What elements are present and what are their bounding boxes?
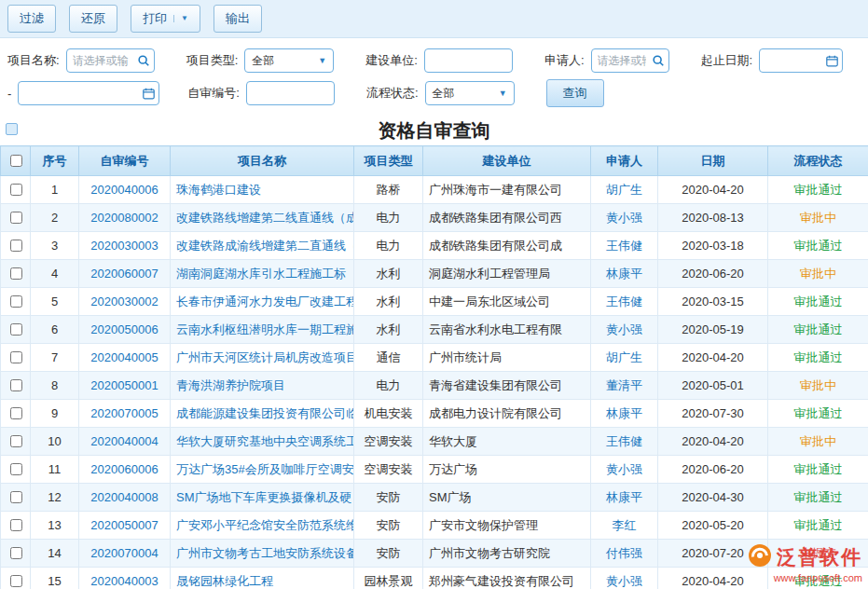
audit-no-link[interactable]: 2020040005 [79, 344, 171, 372]
row-checkbox-cell [1, 568, 31, 589]
audit-no-link[interactable]: 2020070005 [79, 400, 171, 428]
date-cell: 2020-04-20 [658, 428, 768, 456]
audit-no-link[interactable]: 2020030003 [79, 232, 171, 260]
row-number: 5 [31, 288, 79, 316]
row-checkbox[interactable] [10, 240, 22, 252]
build-unit-cell: 成都铁路集团有限公司成 [423, 232, 591, 260]
calendar-icon[interactable] [141, 86, 156, 101]
filter-button[interactable]: 过滤 [7, 5, 56, 33]
audit-no-link[interactable]: 2020040004 [79, 428, 171, 456]
project-link[interactable]: 湖南洞庭湖水库引水工程施工标 [171, 260, 354, 288]
audit-no-link[interactable]: 2020050001 [79, 372, 171, 400]
build-unit-cell: 广安市文物保护管理 [423, 512, 591, 540]
status-badge: 审批通过 [768, 512, 868, 540]
applicant-link[interactable]: 王伟健 [591, 428, 658, 456]
project-name-label: 项目名称: [7, 52, 60, 69]
row-checkbox[interactable] [10, 547, 22, 559]
audit-no-link[interactable]: 2020060006 [79, 456, 171, 484]
applicant-link[interactable]: 黄小强 [591, 456, 658, 484]
project-link[interactable]: 万达广场35#会所及咖啡厅空调安 [171, 456, 354, 484]
audit-no-link[interactable]: 2020050007 [79, 512, 171, 540]
row-checkbox[interactable] [10, 212, 22, 224]
applicant-link[interactable]: 胡广生 [591, 176, 658, 204]
restore-button[interactable]: 还原 [69, 5, 117, 33]
row-number: 12 [31, 484, 79, 512]
row-checkbox[interactable] [10, 491, 22, 503]
applicant-link[interactable]: 付伟强 [591, 540, 658, 568]
applicant-link[interactable]: 黄小强 [591, 316, 658, 344]
status-badge: 审批通过 [768, 176, 868, 204]
row-checkbox-cell [1, 540, 31, 568]
applicant-link[interactable]: 林康平 [591, 484, 658, 512]
row-checkbox[interactable] [10, 407, 22, 419]
status-badge: 审批通过 [768, 400, 868, 428]
project-link[interactable]: 云南水利枢纽潜明水库一期工程施 [171, 316, 354, 344]
project-link[interactable]: 华软大厦研究基地中央空调系统工 [171, 428, 354, 456]
row-checkbox[interactable] [10, 519, 22, 531]
row-checkbox[interactable] [10, 323, 22, 336]
applicant-link[interactable]: 董清平 [591, 372, 658, 400]
applicant-link[interactable]: 黄小强 [591, 204, 658, 232]
project-link[interactable]: 改建铁路成渝线增建第二直通线（ [171, 232, 354, 260]
row-checkbox[interactable] [10, 379, 22, 391]
audit-no-link[interactable]: 2020060007 [79, 260, 171, 288]
project-type-cell: 电力 [354, 372, 423, 400]
applicant-link[interactable]: 胡广生 [591, 344, 658, 372]
audit-no-link[interactable]: 2020050006 [79, 316, 171, 344]
applicant-link[interactable]: 李红 [591, 512, 658, 540]
calendar-icon[interactable] [824, 53, 839, 68]
build-unit-input[interactable] [424, 48, 513, 73]
audit-no-link[interactable]: 2020040006 [79, 176, 171, 204]
project-link[interactable]: 青海洪湖养护院项目 [171, 372, 354, 400]
applicant-link[interactable]: 林康平 [591, 260, 658, 288]
search-icon[interactable] [651, 53, 666, 68]
project-link[interactable]: 广州市文物考古工地安防系统设备 [171, 540, 354, 568]
date-cell: 2020-04-30 [658, 484, 768, 512]
project-link[interactable]: 广州市天河区统计局机房改造项目 [171, 344, 354, 372]
query-button[interactable]: 查询 [546, 79, 604, 107]
audit-no-link[interactable]: 2020080002 [79, 204, 171, 232]
flow-status-select[interactable]: 全部 ▼ [425, 81, 515, 105]
search-icon[interactable] [136, 53, 151, 68]
panel-toggle-icon[interactable] [6, 123, 18, 135]
date-cell: 2020-07-30 [658, 400, 768, 428]
row-checkbox[interactable] [10, 184, 22, 196]
project-link[interactable]: 广安邓小平纪念馆安全防范系统维 [171, 512, 354, 540]
project-link[interactable]: 改建铁路线增建第二线直通线（成 [171, 204, 354, 232]
project-link[interactable]: 成都能源建设集团投资有限公司临 [171, 400, 354, 428]
date-cell: 2020-04-20 [658, 176, 768, 204]
applicant-link[interactable]: 王伟健 [591, 232, 658, 260]
applicant-link[interactable]: 林康平 [591, 400, 658, 428]
row-checkbox-cell [1, 372, 31, 400]
audit-no-input[interactable] [246, 81, 335, 105]
project-link[interactable]: 长春市伊通河水力发电厂改建工程 [171, 288, 354, 316]
row-checkbox[interactable] [10, 463, 22, 475]
date-end-input[interactable] [18, 81, 159, 105]
project-link[interactable]: 珠海鹤港口建设 [171, 176, 354, 204]
status-badge: 审批通过 [768, 288, 868, 316]
row-number: 8 [31, 372, 79, 400]
project-link[interactable]: 晟铭园林绿化工程 [171, 568, 354, 589]
row-checkbox[interactable] [10, 267, 22, 280]
row-checkbox[interactable] [10, 351, 22, 363]
audit-no-link[interactable]: 2020030002 [79, 288, 171, 316]
applicant-link[interactable]: 黄小强 [591, 568, 658, 589]
audit-no-label: 自审编号: [187, 85, 240, 102]
row-checkbox[interactable] [10, 575, 22, 587]
build-unit-cell: 华软大厦 [423, 428, 591, 456]
date-cell: 2020-08-13 [658, 204, 768, 232]
project-type-select[interactable]: 全部 ▼ [244, 48, 334, 73]
build-unit-label: 建设单位: [365, 52, 418, 69]
row-checkbox-cell [1, 400, 31, 428]
project-link[interactable]: SM广场地下车库更换摄像机及硬 [171, 484, 354, 512]
select-all-checkbox[interactable] [10, 155, 22, 167]
applicant-link[interactable]: 王伟健 [591, 288, 658, 316]
audit-no-link[interactable]: 2020040003 [79, 568, 171, 589]
print-button[interactable]: 打印 ▼ [131, 5, 200, 33]
row-checkbox[interactable] [10, 435, 22, 447]
audit-no-link[interactable]: 2020040008 [79, 484, 171, 512]
export-button[interactable]: 输出 [214, 5, 262, 33]
audit-no-link[interactable]: 2020070004 [79, 540, 171, 568]
build-unit-cell: 成都铁路集团有限公司西 [423, 204, 591, 232]
row-checkbox[interactable] [10, 295, 22, 308]
